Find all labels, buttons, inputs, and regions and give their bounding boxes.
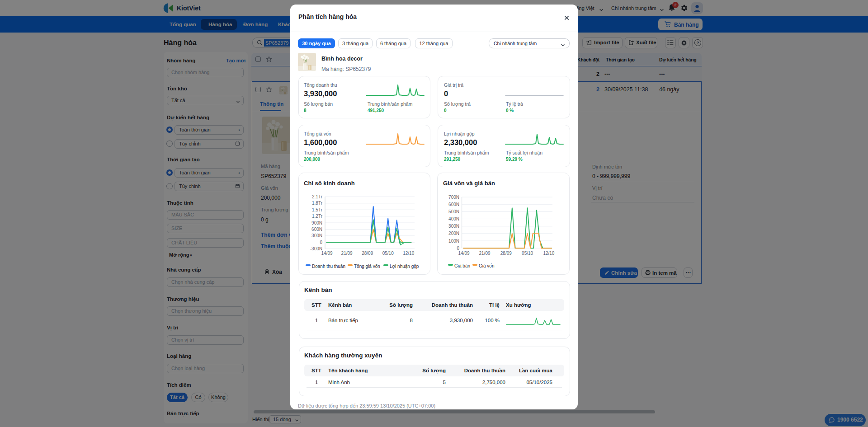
- svg-text:900N: 900N: [311, 221, 322, 225]
- svg-text:14/09: 14/09: [321, 251, 332, 256]
- svg-text:12/10: 12/10: [403, 251, 414, 256]
- svg-text:500N: 500N: [448, 209, 459, 214]
- svg-text:0: 0: [320, 240, 322, 245]
- svg-text:Doanh thu thuần: Doanh thu thuần: [312, 264, 345, 269]
- svg-text:14/09: 14/09: [458, 251, 469, 256]
- svg-text:Tổng giá vốn: Tổng giá vốn: [354, 264, 380, 269]
- svg-text:12/10: 12/10: [543, 251, 554, 256]
- svg-text:28/09: 28/09: [362, 251, 373, 256]
- svg-text:0: 0: [457, 246, 459, 251]
- svg-text:05/10: 05/10: [522, 251, 533, 256]
- svg-text:21/09: 21/09: [479, 251, 490, 256]
- svg-text:-300N: -300N: [310, 246, 322, 251]
- svg-text:21/09: 21/09: [341, 251, 353, 256]
- svg-text:300N: 300N: [448, 224, 459, 229]
- svg-text:2.1Tr: 2.1Tr: [312, 194, 323, 199]
- svg-text:600N: 600N: [311, 227, 322, 232]
- svg-text:600N: 600N: [448, 202, 459, 207]
- svg-text:Lợi nhuận gộp: Lợi nhuận gộp: [390, 264, 419, 269]
- svg-text:400N: 400N: [448, 216, 459, 221]
- svg-text:1.8Tr: 1.8Tr: [312, 201, 323, 206]
- svg-text:200N: 200N: [448, 231, 459, 236]
- svg-text:05/10: 05/10: [382, 251, 394, 256]
- svg-text:1.5Tr: 1.5Tr: [312, 207, 323, 212]
- svg-text:Giá bán: Giá bán: [454, 263, 470, 268]
- svg-text:Giá vốn: Giá vốn: [479, 263, 494, 268]
- svg-text:700N: 700N: [448, 195, 459, 200]
- svg-text:300N: 300N: [311, 233, 322, 238]
- svg-text:28/09: 28/09: [500, 251, 512, 256]
- svg-text:100N: 100N: [448, 239, 459, 244]
- svg-text:1.2Tr: 1.2Tr: [312, 214, 323, 219]
